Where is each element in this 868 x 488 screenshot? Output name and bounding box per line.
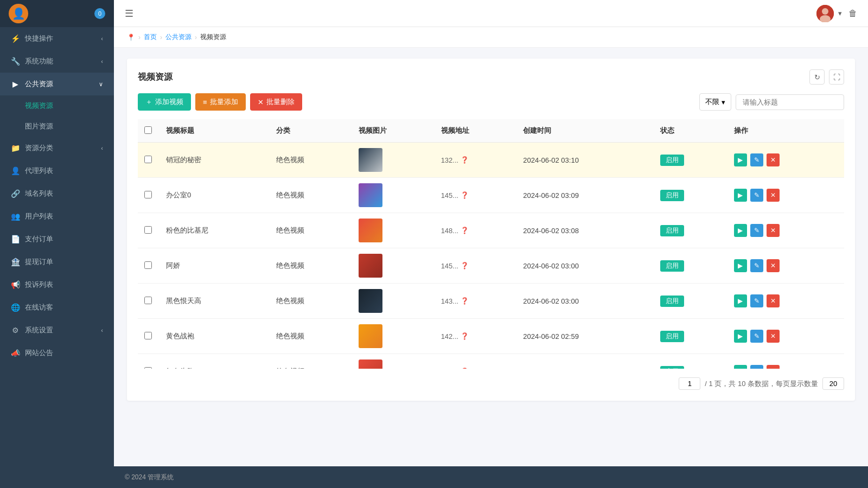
url-help-icon[interactable]: ❓ bbox=[461, 227, 469, 234]
edit-button[interactable]: ✎ bbox=[750, 365, 763, 369]
cell-url: 143... ❓ bbox=[435, 284, 517, 319]
sidebar-item-res-classify[interactable]: 📁 资源分类 ‹ bbox=[0, 137, 114, 159]
svg-point-1 bbox=[822, 8, 828, 15]
sidebar-item-pay-order[interactable]: 📄 支付订单 bbox=[0, 228, 114, 251]
url-help-icon[interactable]: ❓ bbox=[461, 262, 469, 269]
page-size-input[interactable] bbox=[822, 377, 844, 390]
sidebar-item-online-visitor[interactable]: 🌐 在线访客 bbox=[0, 296, 114, 319]
breadcrumb-sep: › bbox=[160, 34, 162, 41]
col-actions: 操作 bbox=[727, 119, 844, 143]
user-label: ▾ bbox=[838, 9, 842, 17]
thumbnail bbox=[359, 183, 382, 207]
sidebar-item-public-res[interactable]: ▶ 公共资源 ∨ bbox=[0, 73, 114, 95]
delete-button[interactable]: ✕ bbox=[767, 365, 780, 369]
content-area: 视频资源 ↻ ⛶ ＋ 添加视频 ≡ 批量添加 bbox=[114, 48, 868, 466]
fullscreen-button[interactable]: ⛶ bbox=[829, 69, 844, 85]
search-input[interactable] bbox=[736, 94, 844, 110]
breadcrumb-parent[interactable]: 公共资源 bbox=[165, 33, 192, 42]
batch-add-button[interactable]: ≡ 批量添加 bbox=[195, 93, 246, 111]
row-checkbox[interactable] bbox=[144, 156, 152, 163]
play-button[interactable]: ▶ bbox=[734, 224, 747, 237]
sidebar-item-sys-settings[interactable]: ⚙ 系统设置 ‹ bbox=[0, 319, 114, 342]
table-row: 黄色战袍 绝色视频 142... ❓ 2024-06-02 02:59 启用 ▶… bbox=[138, 319, 844, 354]
cell-category: 绝色视频 bbox=[270, 248, 352, 284]
sidebar-item-label: 代理列表 bbox=[25, 166, 103, 176]
play-button[interactable]: ▶ bbox=[734, 259, 747, 272]
edit-button[interactable]: ✎ bbox=[750, 224, 763, 237]
sidebar-sub-item-video[interactable]: 视频资源 bbox=[0, 95, 114, 116]
sidebar-item-site-notice[interactable]: 📣 网站公告 bbox=[0, 342, 114, 364]
list-icon: ≡ bbox=[203, 98, 207, 106]
delete-button[interactable]: ✕ bbox=[767, 153, 780, 166]
sidebar-item-label: 支付订单 bbox=[25, 234, 103, 244]
url-help-icon[interactable]: ❓ bbox=[461, 156, 469, 164]
cell-title: 红色为胸 bbox=[159, 354, 270, 369]
sidebar-item-complaint-list[interactable]: 📢 投诉列表 bbox=[0, 273, 114, 296]
sidebar-item-domain-list[interactable]: 🔗 域名列表 bbox=[0, 182, 114, 205]
table-row: 办公室0 绝色视频 145... ❓ 2024-06-02 03:09 启用 ▶… bbox=[138, 178, 844, 213]
edit-button[interactable]: ✎ bbox=[750, 294, 763, 307]
row-checkbox[interactable] bbox=[144, 226, 152, 234]
table-row: 销冠的秘密 绝色视频 132... ❓ 2024-06-02 03:10 启用 … bbox=[138, 143, 844, 178]
delete-button[interactable]: ✕ bbox=[767, 259, 780, 272]
main-content: ☰ ▾ 🗑 📍 › 首页 › 公共资源 › 视频资源 bbox=[114, 0, 868, 488]
sidebar-sub-item-image[interactable]: 图片资源 bbox=[0, 116, 114, 137]
edit-button[interactable]: ✎ bbox=[750, 330, 763, 343]
chevron-icon: ‹ bbox=[101, 327, 103, 333]
select-all-checkbox[interactable] bbox=[144, 126, 152, 134]
edit-button[interactable]: ✎ bbox=[750, 189, 763, 202]
batch-delete-button[interactable]: ✕ 批量删除 bbox=[250, 93, 302, 111]
delete-button[interactable]: ✕ bbox=[767, 330, 780, 343]
edit-button[interactable]: ✎ bbox=[750, 259, 763, 272]
play-button[interactable]: ▶ bbox=[734, 365, 747, 369]
url-help-icon[interactable]: ❓ bbox=[461, 297, 469, 305]
url-help-icon[interactable]: ❓ bbox=[461, 368, 469, 369]
res-classify-icon: 📁 bbox=[11, 144, 20, 152]
breadcrumb-home[interactable]: 首页 bbox=[144, 33, 157, 42]
cell-category: 绝色视频 bbox=[270, 319, 352, 354]
page-number-input[interactable] bbox=[679, 377, 700, 390]
sidebar-item-agent-list[interactable]: 👤 代理列表 bbox=[0, 159, 114, 182]
url-help-icon[interactable]: ❓ bbox=[461, 191, 469, 199]
cell-url: 142... ❓ bbox=[435, 319, 517, 354]
delete-button[interactable]: ✕ bbox=[767, 224, 780, 237]
trash-button[interactable]: 🗑 bbox=[848, 9, 857, 18]
sidebar-item-sys-func[interactable]: 🔧 系统功能 ‹ bbox=[0, 50, 114, 73]
row-checkbox[interactable] bbox=[144, 191, 152, 198]
delete-button[interactable]: ✕ bbox=[767, 189, 780, 202]
sidebar-item-label: 系统功能 bbox=[25, 56, 101, 66]
hamburger-button[interactable]: ☰ bbox=[125, 8, 133, 20]
play-button[interactable]: ▶ bbox=[734, 330, 747, 343]
table-row: 阿娇 绝色视频 145... ❓ 2024-06-02 03:00 启用 ▶ ✎… bbox=[138, 248, 844, 284]
edit-button[interactable]: ✎ bbox=[750, 153, 763, 166]
sidebar-item-quick-ops[interactable]: ⚡ 快捷操作 ‹ bbox=[0, 27, 114, 50]
row-checkbox[interactable] bbox=[144, 367, 152, 369]
breadcrumb-sep: › bbox=[195, 34, 197, 41]
category-filter[interactable]: 不限 ▾ bbox=[699, 93, 731, 111]
cell-status: 启用 bbox=[654, 319, 727, 354]
cell-title: 办公室0 bbox=[159, 178, 270, 213]
row-checkbox[interactable] bbox=[144, 261, 152, 269]
sidebar-item-withdraw-order[interactable]: 🏦 提现订单 bbox=[0, 251, 114, 273]
sidebar-item-user-list[interactable]: 👥 用户列表 bbox=[0, 205, 114, 228]
domain-list-icon: 🔗 bbox=[11, 189, 20, 198]
play-button[interactable]: ▶ bbox=[734, 189, 747, 202]
play-button[interactable]: ▶ bbox=[734, 294, 747, 307]
play-button[interactable]: ▶ bbox=[734, 153, 747, 166]
row-checkbox[interactable] bbox=[144, 332, 152, 339]
cell-actions: ▶ ✎ ✕ bbox=[727, 319, 844, 354]
sidebar-notification-badge[interactable]: 0 bbox=[94, 8, 105, 19]
url-help-icon[interactable]: ❓ bbox=[461, 332, 469, 340]
cell-url: 148... ❓ bbox=[435, 213, 517, 248]
user-menu[interactable]: ▾ bbox=[816, 5, 842, 22]
row-checkbox[interactable] bbox=[144, 297, 152, 304]
quick-ops-icon: ⚡ bbox=[11, 34, 20, 43]
sidebar-item-label: 公共资源 bbox=[25, 79, 99, 89]
add-video-button[interactable]: ＋ 添加视频 bbox=[138, 93, 191, 111]
chevron-icon: ‹ bbox=[101, 58, 103, 65]
refresh-button[interactable]: ↻ bbox=[809, 69, 825, 85]
thumbnail bbox=[359, 148, 382, 172]
delete-button[interactable]: ✕ bbox=[767, 294, 780, 307]
sidebar-item-label: 资源分类 bbox=[25, 143, 101, 153]
status-badge: 启用 bbox=[660, 296, 684, 307]
